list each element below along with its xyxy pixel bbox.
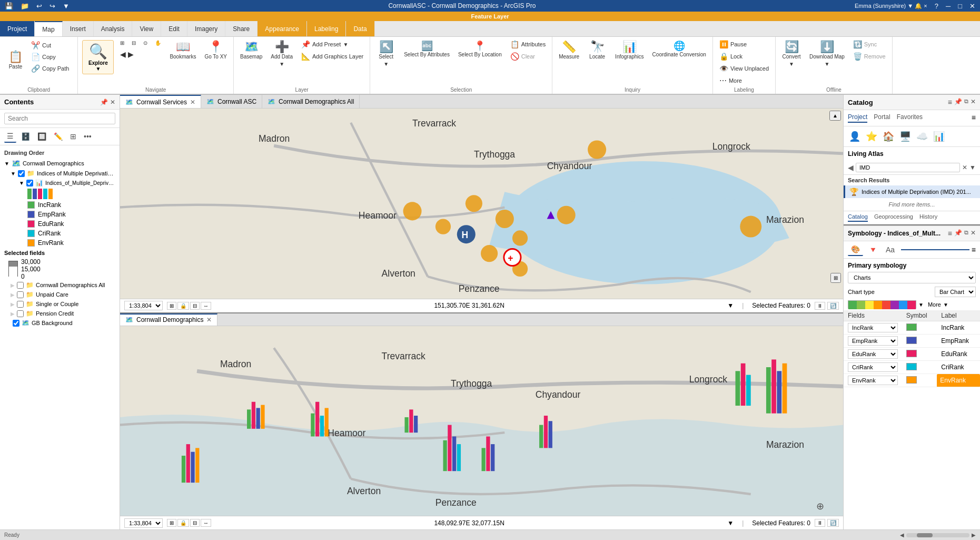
select-btn[interactable]: ↖️ Select ▼ bbox=[373, 39, 399, 69]
sym-color-envrank[interactable] bbox=[906, 376, 917, 384]
bottom-map-zoom-in-btn[interactable]: ⊞ bbox=[167, 519, 176, 527]
field-incrank-select[interactable]: IncRank bbox=[848, 323, 898, 332]
layer-imd[interactable]: ▼ 📁 Indices of Multiple Deprivation (I..… bbox=[0, 169, 120, 178]
coordinate-conversion-btn[interactable]: 🌐 Coordinate Conversion bbox=[649, 39, 709, 60]
clear-btn[interactable]: 🚫 Clear bbox=[507, 51, 549, 62]
top-map-refresh-btn[interactable]: 🔃 bbox=[827, 302, 839, 310]
sym-tab-filter[interactable]: 🔻 bbox=[865, 244, 880, 256]
fixed-zoom-in-btn[interactable]: ⊞ bbox=[117, 39, 127, 47]
qat-redo-btn[interactable]: ↪ bbox=[48, 2, 57, 11]
remove-btn[interactable]: 🗑️ Remove bbox=[850, 51, 889, 62]
primary-symbology-select[interactable]: Charts bbox=[848, 272, 976, 283]
bottom-map-zoom-lock-btn[interactable]: 🔒 bbox=[177, 519, 189, 527]
maximize-btn[interactable]: □ bbox=[956, 2, 964, 11]
tab-cornwall-demographics[interactable]: 🗺️ Cornwall Demographics ✕ bbox=[120, 313, 217, 326]
download-map-btn[interactable]: ⬇️ Download Map ▼ bbox=[806, 39, 848, 69]
tab-project[interactable]: Project bbox=[0, 21, 35, 36]
sym-close-btn[interactable]: ✕ bbox=[971, 229, 976, 238]
bottom-map-refresh-btn[interactable]: 🔃 bbox=[827, 519, 839, 527]
bottom-tab-catalog[interactable]: Catalog bbox=[848, 213, 868, 222]
catalog-star-icon[interactable]: ⭐ bbox=[865, 130, 878, 143]
explore-btn[interactable]: 🔍 Explore ▼ bbox=[82, 40, 114, 74]
tab-cornwall-asc[interactable]: 🗺️ Cornwall ASC bbox=[201, 95, 262, 108]
catalog-search-input[interactable] bbox=[856, 163, 960, 172]
bottom-map-nav-btn[interactable]: ↔ bbox=[201, 519, 211, 527]
copy-path-btn[interactable]: 🔗 Copy Path bbox=[28, 63, 72, 74]
layer-gb-background[interactable]: 🗺️ GB Background bbox=[0, 318, 120, 328]
qat-open-btn[interactable]: 📁 bbox=[19, 2, 31, 11]
map-expand-btn[interactable]: ⊞ bbox=[830, 273, 841, 283]
convert-btn[interactable]: 🔄 Convert ▼ bbox=[779, 39, 804, 69]
tab-edit[interactable]: Edit bbox=[161, 21, 187, 36]
tab-view[interactable]: View bbox=[132, 21, 161, 36]
bottom-map-table-btn[interactable]: ⊟ bbox=[190, 519, 200, 527]
catalog-tab-portal[interactable]: Portal bbox=[874, 113, 890, 123]
close-cornwall-services[interactable]: ✕ bbox=[190, 99, 195, 106]
sym-options-btn[interactable]: ≡ bbox=[972, 246, 976, 254]
cut-btn[interactable]: ✂️ Cut bbox=[28, 40, 72, 51]
tab-appearance[interactable]: Appearance bbox=[258, 21, 307, 36]
layer-pension-credit-checkbox[interactable] bbox=[17, 310, 24, 317]
qat-dropdown-btn[interactable]: ▼ bbox=[61, 2, 71, 11]
catalog-tab-favorites[interactable]: Favorites bbox=[897, 113, 923, 123]
catalog-back-btn[interactable]: ◀ bbox=[848, 163, 854, 172]
tab-map[interactable]: Map bbox=[35, 21, 62, 36]
catalog-tab-project[interactable]: Project bbox=[848, 113, 867, 123]
more-arrow-btn[interactable]: ▼ bbox=[943, 302, 948, 308]
catalog-cloud-icon[interactable]: ☁️ bbox=[915, 130, 929, 143]
close-cornwall-demographics[interactable]: ✕ bbox=[206, 316, 212, 323]
layer-pension-credit[interactable]: ▶ 📁 Pension Credit bbox=[0, 309, 120, 318]
top-map-nav-btn[interactable]: ↔ bbox=[201, 302, 211, 310]
select-by-attr-btn[interactable]: 🔤 Select By Attributes bbox=[401, 39, 453, 60]
layer-cornwall-demo-all-checkbox[interactable] bbox=[17, 282, 24, 289]
layer-single-couple[interactable]: ▶ 📁 Single or Couple bbox=[0, 299, 120, 309]
sym-float-btn[interactable]: ⧉ bbox=[964, 229, 968, 238]
field-emprank-select[interactable]: EmpRank bbox=[848, 336, 898, 346]
layer-imd-checkbox[interactable] bbox=[18, 170, 25, 177]
catalog-pin-btn[interactable]: 📌 bbox=[954, 98, 962, 106]
tab-insert[interactable]: Insert bbox=[63, 21, 94, 36]
bottom-tab-history[interactable]: History bbox=[919, 213, 937, 222]
field-edurank-select[interactable]: EduRank bbox=[848, 349, 898, 359]
basemap-btn[interactable]: 🗺️ Basemap bbox=[237, 39, 265, 62]
infographics-btn[interactable]: 📊 Infographics bbox=[612, 39, 647, 62]
full-extent-btn[interactable]: ⊙ bbox=[140, 39, 151, 47]
db-view-btn[interactable]: 🗄️ bbox=[18, 131, 33, 142]
top-map-scale-select[interactable]: 1:33,804 bbox=[124, 301, 163, 310]
more-colors-btn[interactable]: More bbox=[928, 301, 941, 308]
paste-btn[interactable]: 📋 Paste bbox=[5, 49, 26, 72]
bottom-map-view[interactable]: Madron Trevarrack Trythogga Chyandour He… bbox=[120, 326, 843, 516]
catalog-chart-icon[interactable]: 📊 bbox=[932, 130, 946, 143]
attributes-btn[interactable]: 📋 Attributes bbox=[507, 39, 549, 50]
catalog-search-clear-btn[interactable]: ✕ bbox=[962, 164, 967, 171]
pan-btn[interactable]: ✋ bbox=[152, 39, 164, 47]
top-map-view[interactable]: Madron Trevarrack Trythogga Chyandour He… bbox=[120, 109, 843, 299]
field-envrank-select[interactable]: EnvRank bbox=[848, 376, 898, 385]
qat-undo-btn[interactable]: ↩ bbox=[35, 2, 44, 11]
sync-btn[interactable]: 🔃 Sync bbox=[850, 39, 889, 50]
add-graphics-layer-btn[interactable]: 📐 Add Graphics Layer bbox=[298, 51, 367, 62]
top-map-coords-dropdown[interactable]: ▼ bbox=[727, 302, 734, 309]
sym-color-edurank[interactable] bbox=[906, 350, 917, 357]
find-more-label[interactable]: Find more items... bbox=[844, 198, 980, 211]
view-unplaced-btn[interactable]: 👁️ View Unplaced bbox=[716, 63, 772, 74]
search-result-imd[interactable]: 🏆 Indices of Multiple Deprivation (IMD) … bbox=[844, 185, 980, 198]
tab-data[interactable]: Data bbox=[346, 21, 374, 36]
layer-unpaid-care[interactable]: ▶ 📁 Unpaid Care bbox=[0, 290, 120, 299]
tab-imagery[interactable]: Imagery bbox=[187, 21, 225, 36]
top-map-pause-btn[interactable]: ⏸ bbox=[815, 302, 825, 310]
top-map-zoom-in-btn[interactable]: ⊞ bbox=[167, 302, 176, 310]
more-btn[interactable]: ⋯ More bbox=[716, 75, 772, 86]
catalog-user-icon[interactable]: 👤 bbox=[848, 130, 862, 143]
close-btn[interactable]: ✕ bbox=[968, 2, 977, 11]
bottom-tab-geoprocessing[interactable]: Geoprocessing bbox=[874, 213, 913, 222]
layer-cornwall-demographics[interactable]: ▼ 🗺️ Cornwall Demographics bbox=[0, 158, 120, 169]
catalog-monitor-icon[interactable]: 🖥️ bbox=[898, 130, 912, 143]
color-strip[interactable] bbox=[848, 300, 916, 309]
layer-unpaid-care-checkbox[interactable] bbox=[17, 291, 24, 298]
top-map-zoom-lock-btn[interactable]: 🔒 bbox=[177, 302, 189, 310]
color-dropdown-btn[interactable]: ▼ bbox=[918, 302, 924, 308]
fixed-zoom-out-btn[interactable]: ⊟ bbox=[128, 39, 139, 47]
add-data-btn[interactable]: ➕ Add Data ▼ bbox=[268, 39, 296, 69]
layer-gb-background-checkbox[interactable] bbox=[13, 320, 19, 327]
